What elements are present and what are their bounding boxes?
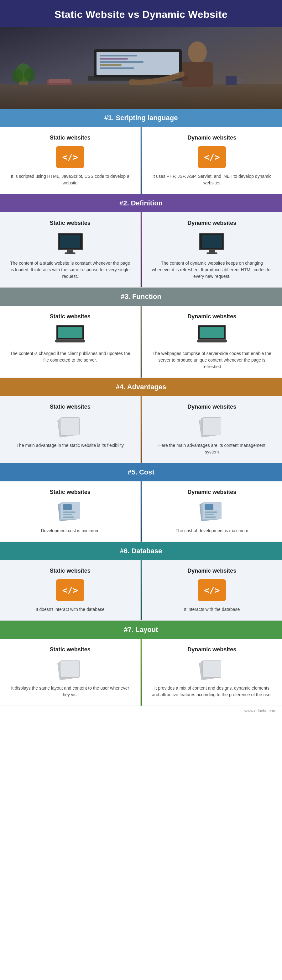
section-4-static-icon [10,415,131,437]
section-6-static-text: It doesn't interact with the database [10,606,131,613]
section-1-row: Static websites </> It is scripted using… [0,127,282,194]
section-5-number: #5. [128,468,137,476]
hero-image [0,27,282,109]
section-3-number: #3. [120,293,130,301]
section-1-label: Scripting language [116,114,177,122]
section-2-header: #2. Definition [0,194,282,212]
section-5-dynamic-title: Dynamic websites [151,489,273,495]
monitor-screen-2 [199,233,224,250]
section-1-static-text: It is scripted using HTML, JavaScript, C… [10,173,131,186]
section-2-row: Static websites The content of a static … [0,212,282,287]
svg-rect-22 [63,504,72,510]
section-5-comparison: Static websites [0,481,282,542]
svg-rect-30 [204,511,217,513]
svg-rect-16 [226,76,236,85]
svg-rect-29 [204,504,213,510]
section-6-comparison: Static websites </> It doesn't interact … [0,560,282,620]
section-3-header: #3. Function [0,288,282,306]
section-2-number: #2. [119,199,129,207]
monitor-base-2 [206,253,217,254]
file-page-6 [203,417,221,435]
section-6-dynamic-col: Dynamic websites </> It interacts with t… [142,560,282,620]
laptop-screen-inner-2 [200,327,224,338]
file-page-12 [203,660,221,678]
section-1-comparison: Static websites </> It is scripted using… [0,127,282,194]
section-1-static-icon: </> [10,146,131,168]
svg-rect-5 [100,55,137,56]
section-7-comparison: Static websites It displays the same lay… [0,639,282,706]
section-1-dynamic-col: Dynamic websites </> It uses PHP, JSP, A… [142,127,282,194]
section-2-static-text: The content of a static website is const… [10,260,131,280]
code-bracket-icon-3: </> [56,579,84,601]
section-1-dynamic-icon: </> [151,146,273,168]
section-7-dynamic-text: It provides a mix of content and designs… [151,685,273,698]
cost-icon [56,501,84,522]
files-icon-4 [198,658,226,680]
section-7-row: Static websites It displays the same lay… [0,639,282,706]
svg-rect-25 [63,517,74,518]
section-4-dynamic-col: Dynamic websites Here the main advantage… [142,396,282,463]
section-7-dynamic-icon [151,658,273,680]
section-5-static-col: Static websites [0,481,141,542]
svg-point-14 [12,69,23,83]
section-2-label: Definition [131,199,163,207]
section-6-dynamic-title: Dynamic websites [151,568,273,574]
section-4-dynamic-title: Dynamic websites [151,404,273,410]
section-1-dynamic-title: Dynamic websites [151,135,273,141]
svg-rect-7 [100,61,144,63]
section-5-static-text: Development cost is minimum [10,528,131,534]
section-7-static-title: Static websites [10,646,131,653]
section-2-static-icon [10,231,131,255]
section-6-dynamic-icon: </> [151,579,273,601]
section-7-header: #7. Layout [0,620,282,639]
svg-rect-24 [63,514,72,515]
svg-point-10 [188,41,207,64]
laptop-bottom [55,340,85,342]
files-icon [56,415,84,437]
section-3-label: Function [132,293,162,301]
svg-point-15 [24,68,35,82]
monitor-screen [58,233,83,250]
section-3-static-icon [10,325,131,345]
section-4-dynamic-icon [151,415,273,437]
sections-container: #1. Scripting language Static websites <… [0,109,282,706]
cost-icon-2 [198,501,226,522]
monitor-icon-2 [198,231,226,255]
section-4-header: #4. Advantages [0,378,282,396]
laptop-top [56,325,84,340]
files-icon-3 [56,658,84,680]
cost-svg-2 [198,501,226,522]
laptop-icon-2 [197,325,227,345]
watermark: www.educba.com [0,706,282,716]
section-2-dynamic-icon [151,231,273,255]
section-3-dynamic-title: Dynamic websites [151,313,273,320]
section-5-dynamic-text: The cost of development is maximum [151,528,273,534]
section-4-static-col: Static websites The main advantage in th… [0,396,141,463]
laptop-bottom-2 [197,340,227,342]
section-6-header: #6. Database [0,542,282,560]
section-5-header: #5. Cost [0,463,282,481]
section-4-dynamic-text: Here the main advantages are its content… [151,442,273,455]
section-3-dynamic-icon [151,325,273,345]
file-page-9 [61,660,79,678]
files-icon-2 [198,415,226,437]
section-6-static-col: Static websites </> It doesn't interact … [0,560,141,620]
section-1-static-col: Static websites </> It is scripted using… [0,127,141,194]
svg-rect-1 [0,84,282,109]
section-7-static-col: Static websites It displays the same lay… [0,639,141,706]
hero-svg [0,27,282,109]
section-2-static-col: Static websites The content of a static … [0,212,141,287]
section-6-number: #6. [120,547,130,555]
section-7-label: Layout [135,626,158,633]
svg-rect-9 [100,67,134,69]
section-3-static-title: Static websites [10,313,131,320]
section-6-static-title: Static websites [10,568,131,574]
section-4-comparison: Static websites The main advantage in th… [0,396,282,463]
section-6-label: Database [131,547,162,555]
section-3-static-col: Static websites The content is changed i… [0,306,141,377]
section-3-row: Static websites The content is changed i… [0,306,282,377]
monitor-inner [60,235,80,248]
section-2-comparison: Static websites The content of a static … [0,212,282,288]
section-5-label: Cost [139,468,154,476]
section-1-header: #1. Scripting language [0,109,282,127]
